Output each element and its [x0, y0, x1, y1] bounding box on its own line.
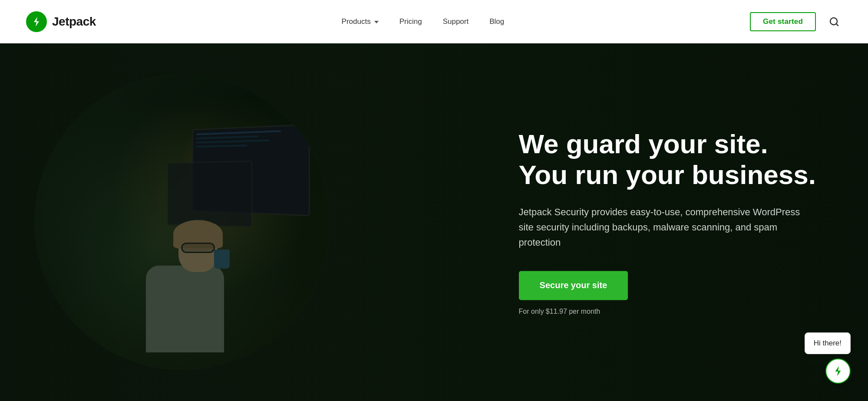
get-started-button[interactable]: Get started	[750, 12, 816, 31]
search-button[interactable]	[826, 14, 842, 30]
svg-marker-3	[835, 366, 841, 376]
site-header: Jetpack Products Pricing Support Blog Ge…	[0, 0, 868, 43]
nav-pricing[interactable]: Pricing	[399, 17, 422, 26]
price-note: For only $11.97 per month	[519, 308, 816, 316]
nav-blog[interactable]: Blog	[489, 17, 504, 26]
nav-products[interactable]: Products	[342, 17, 379, 26]
hero-image-inner	[35, 75, 330, 370]
logo-link[interactable]: Jetpack	[26, 11, 96, 32]
chevron-down-icon	[374, 21, 379, 23]
hero-section: We guard your site. You run your busines…	[0, 43, 868, 401]
secure-your-site-button[interactable]: Secure your site	[519, 271, 628, 300]
chat-bubble: Hi there!	[805, 332, 851, 354]
svg-line-2	[836, 23, 838, 25]
main-nav: Products Pricing Support Blog	[342, 17, 505, 26]
lightning-icon	[31, 16, 42, 27]
logo-text: Jetpack	[52, 15, 96, 29]
lightning-chat-icon	[832, 365, 844, 377]
nav-support[interactable]: Support	[443, 17, 469, 26]
search-icon	[829, 16, 839, 27]
header-right: Get started	[750, 12, 842, 31]
hero-image-overlay	[35, 75, 330, 370]
hero-subtext: Jetpack Security provides easy-to-use, c…	[519, 204, 814, 250]
svg-marker-0	[34, 17, 39, 26]
chat-button[interactable]	[825, 358, 851, 384]
hero-image	[35, 75, 330, 370]
hero-content: We guard your site. You run your busines…	[519, 128, 816, 316]
hero-headline: We guard your site. You run your busines…	[519, 128, 816, 191]
chat-widget: Hi there!	[805, 332, 851, 384]
logo-icon	[26, 11, 47, 32]
